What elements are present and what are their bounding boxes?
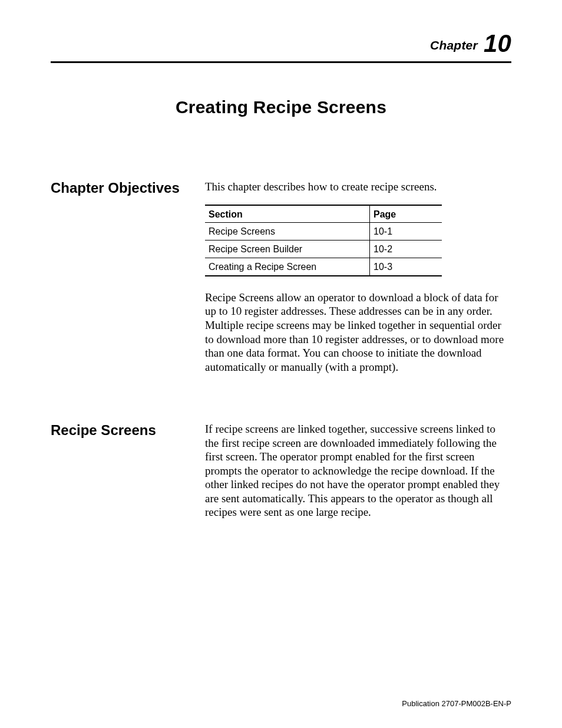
table-row: Creating a Recipe Screen 10-3 (205, 258, 442, 276)
table-row: Recipe Screen Builder 10-2 (205, 241, 442, 258)
sections-table: Section Page Recipe Screens 10-1 Recipe … (205, 205, 442, 276)
table-header-section: Section (205, 205, 370, 223)
chapter-word: Chapter (430, 38, 478, 52)
objectives-body: Recipe Screens allow an operator to down… (205, 291, 511, 374)
recipe-screens-body: If recipe screens are linked together, s… (205, 422, 511, 519)
page-title: Creating Recipe Screens (51, 97, 511, 117)
publication-footer: Publication 2707-PM002B-EN-P (402, 699, 511, 708)
section-heading-recipe-screens: Recipe Screens (51, 422, 205, 439)
objectives-intro: This chapter describes how to create rec… (205, 180, 511, 194)
table-row: Recipe Screens 10-1 (205, 223, 442, 241)
cell-section: Recipe Screens (205, 223, 370, 241)
cell-page: 10-1 (370, 223, 442, 241)
section-heading-objectives: Chapter Objectives (51, 180, 205, 196)
chapter-indicator: Chapter 10 (51, 29, 511, 58)
header-rule (51, 61, 511, 63)
cell-page: 10-3 (370, 258, 442, 276)
cell-section: Creating a Recipe Screen (205, 258, 370, 276)
cell-section: Recipe Screen Builder (205, 241, 370, 258)
chapter-number: 10 (484, 29, 511, 57)
cell-page: 10-2 (370, 241, 442, 258)
table-header-page: Page (370, 205, 442, 223)
